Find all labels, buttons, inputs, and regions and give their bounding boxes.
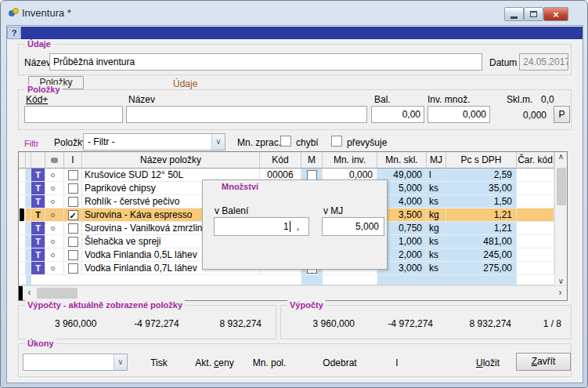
header-mj[interactable]: MJ xyxy=(427,152,446,169)
row-checkbox[interactable] xyxy=(68,170,78,180)
kod-column-link[interactable]: Kód+ xyxy=(26,94,48,105)
tab-udaje[interactable]: Údaje xyxy=(173,78,197,89)
chevron-down-icon[interactable]: ∨ xyxy=(211,134,225,150)
scroll-down-icon[interactable]: ∨ xyxy=(558,277,564,285)
header-note[interactable] xyxy=(45,152,64,169)
chybi-label: chybí xyxy=(296,137,319,148)
window: Inventura * × ? Údaje Název Průběžná inv… xyxy=(0,0,588,388)
record-state-icon xyxy=(51,213,55,217)
maximize-button[interactable] xyxy=(524,7,543,21)
filter-polozky-label: Položky xyxy=(54,137,87,148)
current-row-marker xyxy=(20,209,24,222)
header-kod[interactable]: Kód xyxy=(260,152,301,169)
record-state-icon xyxy=(51,200,55,204)
horizontal-scrollbar[interactable]: ‹ › xyxy=(19,285,567,300)
polozky-group-label: Položky xyxy=(25,85,63,94)
vypocty-visible-value-2: -4 972,274 xyxy=(106,318,188,329)
datum-label: Datum xyxy=(489,57,517,68)
zavrit-button[interactable]: Zavřít xyxy=(516,353,571,371)
ukony-label: Úkony xyxy=(25,339,56,348)
header-pc-s-dph[interactable]: Pc s DPH xyxy=(446,152,517,169)
inv-mnoz-input[interactable]: 0,000 xyxy=(427,106,490,123)
header-strip xyxy=(26,152,31,169)
header-car-kod[interactable]: Čar. kód xyxy=(517,152,554,169)
tisk-button[interactable]: Tisk xyxy=(150,357,168,368)
i-button[interactable]: I xyxy=(395,357,398,368)
nazev-label: Název xyxy=(24,57,51,68)
header-i[interactable]: I xyxy=(64,152,82,169)
row-checkbox[interactable] xyxy=(68,223,78,234)
balloon-icon xyxy=(51,158,58,163)
mn-pol-button[interactable]: Mn. pol. xyxy=(253,357,287,368)
minimize-button[interactable] xyxy=(504,7,524,21)
v-baleni-label: v Balení xyxy=(215,205,248,216)
vertical-scrollbar-thumb[interactable] xyxy=(557,168,566,205)
filter-dropdown[interactable]: - Filtr - ∨ xyxy=(83,133,225,150)
sklm-value: 0,000 xyxy=(496,110,547,121)
vypocty-visible-value-1: 3 960,000 xyxy=(23,318,106,329)
p-button[interactable]: P xyxy=(554,106,570,123)
row-checkbox[interactable] xyxy=(68,250,78,260)
filter-dropdown-value: - Filtr - xyxy=(84,134,211,150)
header-mn-skl[interactable]: Mn. skl. xyxy=(377,152,427,169)
popup-title: Množství xyxy=(222,182,258,191)
polozky-nazev-label: Název xyxy=(128,94,155,105)
polozky-nazev-input[interactable] xyxy=(126,106,367,123)
header-m[interactable]: M xyxy=(301,152,323,169)
ulozit-button[interactable]: Uložit xyxy=(476,357,500,368)
akt-ceny-button[interactable]: Akt. ceny xyxy=(195,357,233,368)
header-nazev-polozky[interactable]: Název položky xyxy=(82,152,260,169)
row-checkbox[interactable]: ✓ xyxy=(68,210,78,220)
kod-input[interactable] xyxy=(24,106,123,123)
vypocty-value-1: 3 960,000 xyxy=(286,318,364,329)
titlebar: Inventura * × xyxy=(1,1,587,25)
vypocty-visible-value-3: 8 932,274 xyxy=(189,318,271,329)
nazev-input[interactable]: Průběžná inventura xyxy=(49,53,482,71)
v-baleni-value: 1 xyxy=(283,221,289,232)
close-button[interactable]: × xyxy=(543,7,568,21)
horizontal-scrollbar-thumb[interactable] xyxy=(37,288,78,299)
bal-label: Bal. xyxy=(374,94,391,105)
vypocty-value-3: 8 932,274 xyxy=(442,318,521,329)
vypocty-label: Výpočty xyxy=(287,300,326,310)
vypocty-visible-label: Výpočty - aktuálně zobrazené položky xyxy=(25,300,185,310)
row-checkbox[interactable] xyxy=(68,183,78,194)
datum-input: 24.05.2017 xyxy=(519,53,568,71)
row-checkbox[interactable] xyxy=(68,237,78,247)
close-icon: × xyxy=(553,9,559,20)
window-title: Inventura * xyxy=(22,7,71,19)
m-checkbox[interactable] xyxy=(307,170,317,180)
filtr-label: Filtr xyxy=(24,139,38,148)
scroll-right-icon[interactable]: › xyxy=(554,286,567,300)
minimize-icon xyxy=(510,16,518,19)
header-mn-inv[interactable]: Mn. inv. xyxy=(323,152,377,169)
prevysuje-label: převyšuje xyxy=(347,137,387,148)
vypocty-groupbox: Výpočty 3 960,000 -4 972,274 8 932,274 1… xyxy=(280,305,572,339)
row-checkbox[interactable] xyxy=(68,197,78,207)
chybi-checkbox[interactable] xyxy=(280,136,291,147)
chevron-down-icon[interactable]: ∨ xyxy=(114,354,127,370)
ukony-dropdown[interactable]: ∨ xyxy=(23,354,128,371)
vypocty-visible-groupbox: Výpočty - aktuálně zobrazené položky 3 9… xyxy=(18,305,276,339)
record-state-icon xyxy=(51,253,55,257)
header-type xyxy=(31,152,45,169)
prevysuje-checkbox[interactable] xyxy=(331,136,342,147)
record-state-icon xyxy=(51,187,55,190)
scroll-left-icon[interactable]: ‹ xyxy=(23,286,36,300)
help-button[interactable]: ? xyxy=(7,27,21,39)
inv-mnoz-label: Inv. množ. xyxy=(427,94,470,105)
v-mj-label: v MJ xyxy=(323,205,343,216)
text-cursor xyxy=(290,221,290,232)
maximize-icon xyxy=(530,11,537,17)
mnozstvi-popup: Množství v Balení 1, v MJ 5,000 xyxy=(202,179,388,270)
v-mj-input[interactable]: 5,000 xyxy=(322,217,384,236)
v-baleni-input[interactable]: 1, xyxy=(214,217,309,236)
header-marker xyxy=(19,152,26,169)
row-checkbox[interactable] xyxy=(68,263,78,274)
empty-row xyxy=(19,275,567,285)
bal-input[interactable]: 0,00 xyxy=(371,106,424,123)
scroll-up-icon[interactable]: ∧ xyxy=(558,152,564,161)
odebrat-button[interactable]: Odebrat xyxy=(323,357,356,368)
page-indicator: 1 / 8 xyxy=(521,318,566,329)
vertical-scrollbar[interactable]: ∧ ∨ xyxy=(554,152,567,285)
